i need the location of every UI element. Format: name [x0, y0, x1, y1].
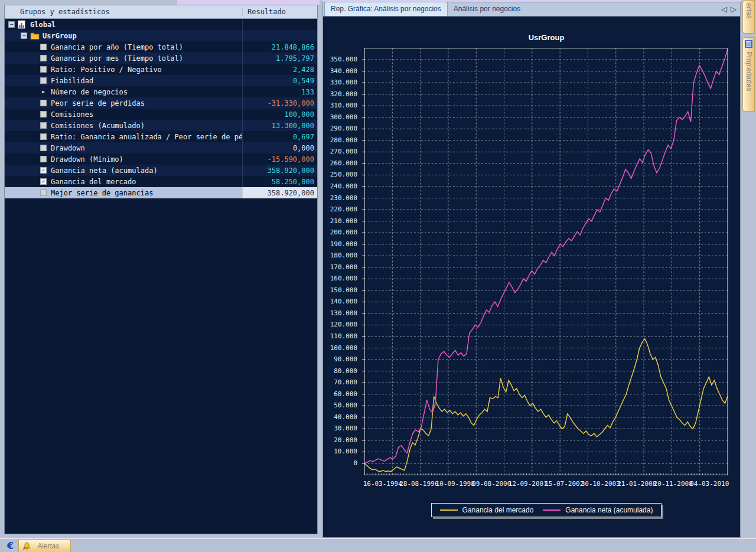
bell-icon — [22, 542, 31, 550]
stat-value: 0,000 — [242, 142, 317, 153]
checkbox[interactable] — [40, 122, 47, 129]
checkbox[interactable] — [40, 156, 47, 162]
table-row[interactable]: Ganancia por año (Tiempo total)21.848,86… — [5, 41, 317, 53]
table-row[interactable]: Peor serie de pérdidas-31.330,000 — [5, 97, 317, 109]
next-tab-icon[interactable]: ▷ — [731, 5, 737, 14]
market-series-line-sample — [440, 509, 458, 511]
chart-area: UsrGroup 010.00020.00030.00040.00050.000… — [322, 17, 741, 538]
x-axis-tick-label: 20-11-2008 — [654, 480, 693, 488]
stat-label: Ganancia del mercado — [51, 178, 136, 186]
table-row[interactable]: −Global — [5, 19, 317, 30]
table-row[interactable]: −UsrGroup — [5, 30, 317, 41]
checkbox[interactable] — [40, 77, 47, 84]
table-row[interactable]: Comisiones100,000 — [5, 109, 317, 120]
checkbox[interactable] — [40, 44, 47, 50]
collapse-minus-icon[interactable]: − — [8, 21, 15, 28]
alerts-tab-label: Alertas — [37, 542, 59, 550]
groups-column-header: Grupos y estadísticos — [5, 8, 242, 16]
stat-value — [242, 30, 317, 41]
stat-label: Drawdown (Mínimo) — [51, 155, 123, 164]
table-row[interactable]: Drawdown (Mínimo)-15.590,000 — [5, 153, 317, 165]
stat-value: 358.920,000 — [242, 165, 317, 176]
stat-label: Drawdown — [51, 144, 85, 152]
report-tabbar: Rep. Gráfica: Análisis por negocios Anál… — [322, 2, 741, 17]
collapse-minus-icon[interactable]: − — [21, 32, 27, 39]
x-axis-tick-label: 15-07-2002 — [545, 480, 584, 488]
line-chart-plot — [361, 48, 729, 476]
checkbox[interactable] — [40, 55, 47, 61]
table-row[interactable]: ✓Ganancia neta (acumulada)358.920,000 — [5, 165, 317, 176]
stat-label: Ganancia por mes (Tiempo total) — [51, 54, 183, 63]
y-axis-tick-label: 340.000 — [324, 68, 357, 75]
table-row[interactable]: ▶Número de negocios133 — [5, 86, 317, 97]
stat-value: 2,428 — [242, 64, 317, 75]
stat-label: Ganancia por año (Tiempo total) — [51, 43, 183, 51]
checkbox[interactable] — [40, 100, 47, 106]
x-axis-tick-label: 04-03-2010 — [690, 480, 729, 488]
y-axis-tick-label: 240.000 — [324, 183, 357, 190]
tab-graphic-report[interactable]: Rep. Gráfica: Análisis por negocios — [324, 2, 448, 16]
y-axis-tick-label: 170.000 — [324, 264, 357, 271]
expand-arrow-icon[interactable]: ▶ — [40, 89, 47, 94]
stat-value: 133 — [242, 86, 317, 97]
stat-value: 13.300,000 — [242, 120, 317, 131]
checkbox[interactable] — [40, 66, 47, 73]
checkbox[interactable]: ✓ — [40, 178, 47, 185]
y-axis-tick-label: 40.000 — [324, 414, 357, 421]
table-row[interactable]: Ratio: Positivo / Negativo2,428 — [5, 64, 317, 75]
stat-value: 21.848,866 — [242, 41, 317, 53]
y-axis-tick-label: 130.000 — [324, 310, 357, 317]
stat-value: 0,549 — [242, 75, 317, 86]
stat-value: -31.330,000 — [242, 97, 317, 109]
legend-label-market: Ganancia del mercado — [462, 506, 534, 514]
y-axis-tick-label: 0 — [324, 460, 357, 467]
stat-label: Ratio: Ganancia anualizada / Peor serie … — [51, 133, 242, 141]
x-axis-tick-label: 28-08-1996 — [399, 480, 438, 488]
checkbox[interactable] — [40, 190, 47, 196]
chart-title: UsrGroup — [364, 33, 728, 42]
y-axis-tick-label: 80.000 — [324, 368, 357, 375]
alerts-bottom-tab[interactable]: Alertas — [18, 539, 70, 552]
report-panel: Rep. Gráfica: Análisis por negocios Anál… — [322, 0, 741, 538]
y-axis-tick-label: 350.000 — [324, 56, 357, 63]
stat-label: Mejor serie de ganancias — [51, 189, 153, 197]
stat-value: 100,000 — [242, 109, 317, 120]
checkbox[interactable] — [40, 145, 47, 151]
y-axis-tick-label: 300.000 — [324, 114, 357, 121]
side-tab-properties[interactable]: Propiedades — [742, 37, 755, 112]
statistics-tree: −Global−UsrGroupGanancia por año (Tiempo… — [5, 19, 317, 534]
table-row[interactable]: ✓Ganancia del mercado58.250,000 — [5, 176, 317, 187]
x-axis-tick-label: 12-09-2001 — [509, 480, 548, 488]
statistics-header-row: Grupos y estadísticos Resultado — [5, 5, 317, 19]
properties-icon — [745, 40, 752, 48]
stat-value: -15.590,000 — [242, 153, 317, 165]
checkbox[interactable] — [40, 133, 47, 140]
tab-trade-analysis[interactable]: Análisis por negocios — [448, 2, 526, 16]
checkbox[interactable] — [40, 111, 47, 117]
y-axis-tick-label: 310.000 — [324, 102, 357, 109]
y-axis-tick-label: 60.000 — [324, 391, 357, 398]
y-axis-tick-label: 50.000 — [324, 402, 357, 409]
euro-icon[interactable]: € — [7, 540, 14, 551]
legend-item-net: Ganancia neta (acumulada) — [543, 506, 653, 514]
table-row[interactable]: Ratio: Ganancia anualizada / Peor serie … — [5, 131, 317, 142]
y-axis-tick-label: 320.000 — [324, 91, 357, 98]
side-tab-alerts[interactable]: ertas — [742, 0, 755, 34]
table-row[interactable]: Ganancia por mes (Tiempo total)1.795,797 — [5, 53, 317, 64]
y-axis-tick-label: 70.000 — [324, 379, 357, 386]
folder-icon — [30, 31, 40, 40]
checkbox[interactable]: ✓ — [40, 167, 47, 174]
prev-tab-icon[interactable]: ◁ — [721, 5, 727, 14]
statistics-panel: Grupos y estadísticos Resultado −Global−… — [4, 5, 318, 534]
window-top-strip — [177, 0, 320, 5]
y-axis-tick-label: 100.000 — [324, 345, 357, 352]
legend-item-market: Ganancia del mercado — [440, 506, 534, 514]
stat-label: Comisiones (Acumulado) — [51, 122, 145, 130]
table-row[interactable]: Drawdown0,000 — [5, 142, 317, 153]
table-row[interactable]: Mejor serie de ganancias358.920,000 — [5, 187, 317, 198]
stat-value: 58.250,000 — [242, 176, 317, 187]
result-column-header: Resultado — [242, 8, 317, 16]
table-row[interactable]: Comisiones (Acumulado)13.300,000 — [5, 120, 317, 131]
table-row[interactable]: Fiabilidad0,549 — [5, 75, 317, 86]
stat-value: 1.795,797 — [242, 53, 317, 64]
